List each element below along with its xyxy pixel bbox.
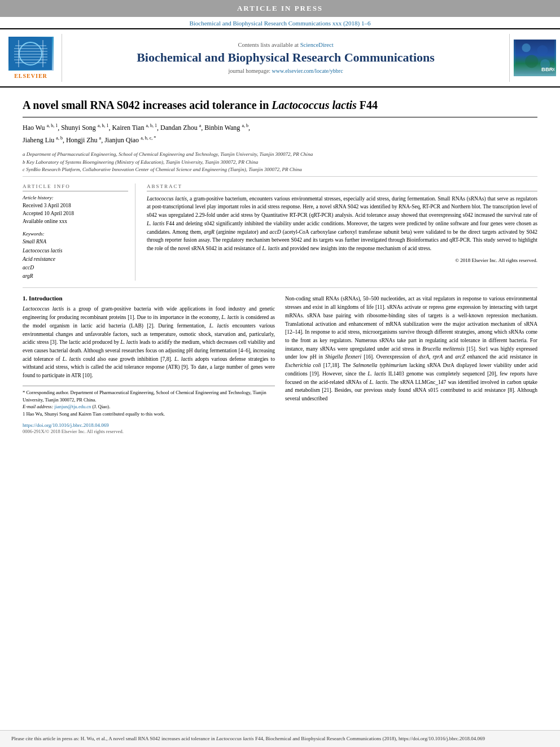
article-title-section: A novel small RNA S042 increases acid to… [23,88,537,117]
affiliation-c: c SynBio Research Platform, Collaborativ… [23,166,537,174]
body-section: 1. Introduction Lactococcus lactis is a … [23,288,537,434]
abstract-header: ABSTRACT [147,184,537,191]
footnotes-section: * Corresponding author. Department of Ph… [23,386,275,418]
title-part1: A novel small RNA S042 increases acid to… [23,99,272,111]
citation-please: Please cite this article in press as: H.… [11,736,216,741]
authors-line: Hao Wu a, b, 1, Shunyi Song a, b, 1, Kai… [23,122,537,146]
banner-text: ARTICLE IN PRESS [237,4,323,12]
body-right-col: Non-coding small RNAs (sRNAs), 50–500 nu… [285,295,537,434]
copyright-line: © 2018 Elsevier Inc. All rights reserved… [147,257,537,263]
history-label: Article history: [23,195,128,200]
received-date: Received 3 April 2018 [23,202,128,209]
doi-link[interactable]: https://doi.org/10.1016/j.bbrc.2018.04.0… [23,422,275,428]
abstract-text: Lactococcus lactis, a gram-positive bact… [147,195,537,253]
section1-heading: 1. Introduction [23,295,275,302]
keyword-5: argR [23,273,33,279]
elsevier-logo-box: ELSEVIER [0,34,62,82]
citation-species: Lactococcus lactis [216,736,254,741]
keywords-list: Small RNA Lactococcus lactis Acid resist… [23,238,128,281]
keyword-1: Small RNA [23,239,46,244]
journal-homepage-link[interactable]: www.elsevier.com/locate/ybbrc [272,68,343,74]
article-content: A novel small RNA S042 increases acid to… [0,88,560,434]
article-info-col: ARTICLE INFO Article history: Received 3… [23,184,135,281]
bbrc-logo-image: BBRC [514,40,556,76]
bbrc-logo-box: BBRC [509,34,560,82]
citation-after: F44, Biochemical and Biophysical Researc… [254,736,485,741]
keyword-4: accD [23,265,34,270]
keyword-3: Acid resistance [23,256,55,262]
journal-info-line: Biochemical and Biophysical Research Com… [0,17,560,29]
journal-citation: Biochemical and Biophysical Research Com… [189,20,370,27]
elsevier-label: ELSEVIER [14,73,47,79]
journal-homepage-line: journal homepage: www.elsevier.com/locat… [228,68,343,74]
svg-rect-9 [18,40,19,67]
svg-point-14 [525,55,538,68]
footnote-corresponding: * Corresponding author. Department of Ph… [23,389,275,404]
affiliations-section: a Department of Pharmaceutical Engineeri… [23,148,537,177]
issn-line: 0006-291X/© 2018 Elsevier Inc. All right… [23,429,275,434]
body-right-text: Non-coding small RNAs (sRNAs), 50–500 nu… [285,295,537,403]
footnote-email: E-mail address: jianjun@tju.edu.cn (J. Q… [23,403,275,410]
info-abstract-section: ARTICLE INFO Article history: Received 3… [23,177,537,289]
accepted-date: Accepted 10 April 2018 [23,209,128,217]
page: ARTICLE IN PRESS Biochemical and Biophys… [0,0,560,747]
svg-text:BBRC: BBRC [541,66,554,72]
article-title: A novel small RNA S042 increases acid to… [23,98,537,112]
journal-center: Contents lists available at ScienceDirec… [62,34,509,82]
footnote-email-address[interactable]: jianjun@tju.edu.cn [54,404,91,409]
journal-header: ELSEVIER Contents lists available at Sci… [0,29,560,88]
article-in-press-banner: ARTICLE IN PRESS [0,0,560,17]
svg-rect-10 [42,40,43,67]
svg-point-12 [522,43,531,52]
doi-section: https://doi.org/10.1016/j.bbrc.2018.04.0… [23,422,275,434]
keywords-label: Keywords: [23,231,128,237]
contents-line: Contents lists available at ScienceDirec… [238,42,333,48]
body-left-col: 1. Introduction Lactococcus lactis is a … [23,295,275,434]
abstract-col: ABSTRACT Lactococcus lactis, a gram-posi… [147,184,537,281]
body-left-text: Lactococcus lactis is a group of gram-po… [23,305,275,379]
journal-title-header: Biochemical and Biophysical Research Com… [137,50,435,65]
title-part2: F44 [357,99,378,111]
authors-section: Hao Wu a, b, 1, Shunyi Song a, b, 1, Kai… [23,117,537,148]
citation-bar: Please cite this article in press as: H.… [0,730,560,748]
title-italic: Lactococcus lactis [272,99,357,111]
keyword-2: Lactococcus lactis [23,248,62,254]
affiliation-b: b Key Laboratory of Systems Bioengineeri… [23,159,537,167]
svg-point-13 [537,45,548,56]
affiliation-a: a Department of Pharmaceutical Engineeri… [23,151,537,159]
footnote-1: 1 Hao Wu, Shunyi Song and Kairen Tian co… [23,410,275,418]
elsevier-logo-image [8,37,54,71]
science-direct-link[interactable]: ScienceDirect [300,42,334,48]
article-info-header: ARTICLE INFO [23,184,128,191]
online-date: Available online xxx [23,217,128,225]
